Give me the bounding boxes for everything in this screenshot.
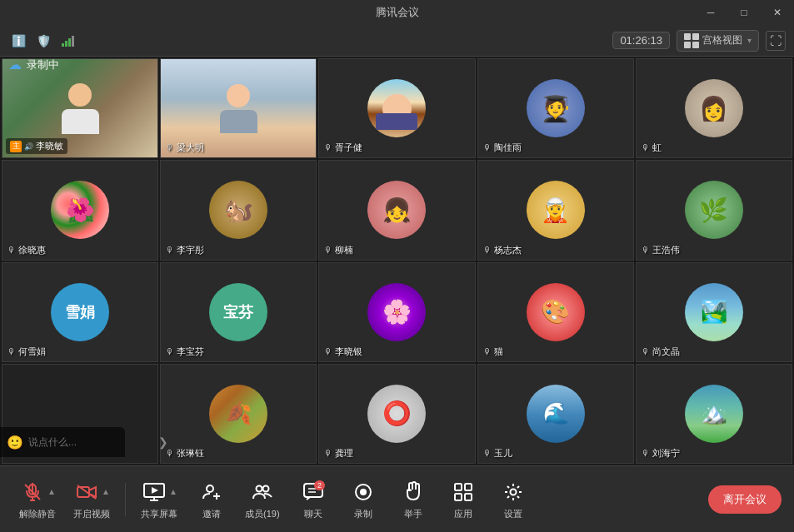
name-label-12: 🎙 李宝芬 xyxy=(166,346,204,358)
svg-point-20 xyxy=(262,485,268,491)
avatar-liu-nan: 👧 xyxy=(367,181,426,239)
bottom-bar: ▲ 解除静音 ▲ 开启视频 xyxy=(0,465,794,532)
name-label-6: 🎙 徐晓惠 xyxy=(7,244,46,256)
window-title: 腾讯会议 xyxy=(376,5,419,20)
unmute-control[interactable]: ▲ 解除静音 xyxy=(12,475,62,525)
video-cell-5[interactable]: 👩 🎙 虹 xyxy=(636,58,792,158)
name-gong-li: 龚理 xyxy=(335,447,353,460)
settings-icon xyxy=(500,479,527,505)
name-mao: 猫 xyxy=(494,346,503,358)
recording-badge: ☁ 录制中 xyxy=(8,57,59,72)
chat-label: 聊天 xyxy=(304,508,322,520)
meeting-timer: 01:26:13 xyxy=(612,32,670,49)
minimize-button[interactable]: ─ xyxy=(694,0,727,25)
video-icon xyxy=(73,479,100,505)
name-li-baofen: 李宝芬 xyxy=(177,346,204,358)
invite-icon xyxy=(198,479,225,505)
video-cell-11[interactable]: 雪娟 🎙 何雪娟 xyxy=(2,262,158,362)
open-video-control[interactable]: ▲ 开启视频 xyxy=(67,475,117,525)
video-cell-9[interactable]: 🧝 🎙 杨志杰 xyxy=(477,160,634,260)
svg-point-19 xyxy=(256,485,262,491)
name-xu-xiaohui: 徐晓惠 xyxy=(18,244,46,256)
leave-meeting-button[interactable]: 离开会议 xyxy=(708,485,782,514)
person-silhouette-1 xyxy=(62,83,99,134)
avatar-tao-jiayu: 🧑‍🎓 xyxy=(527,79,585,137)
share-screen-icon xyxy=(141,479,167,505)
chat-control[interactable]: 2 聊天 xyxy=(291,475,337,525)
recording-label: 录制中 xyxy=(27,57,59,72)
video-cell-10[interactable]: 🌿 🎙 王浩伟 xyxy=(636,160,792,260)
video-cell-2[interactable]: 🎙 梁大明 xyxy=(160,58,317,158)
info-icon-button[interactable]: ℹ️ xyxy=(8,31,28,51)
name-label-3: 🎙 胥子健 xyxy=(324,142,362,154)
avatar-li-baofen: 宝芬 xyxy=(209,283,267,341)
video-label: 开启视频 xyxy=(73,508,110,520)
share-dropdown-arrow: ▲ xyxy=(169,487,177,496)
close-button[interactable]: ✕ xyxy=(761,0,794,25)
name-hong: 虹 xyxy=(652,142,662,154)
avatar-xu-zijian xyxy=(367,79,426,137)
video-cell-12[interactable]: 宝芬 🎙 李宝芬 xyxy=(160,262,317,362)
chat-expand-button[interactable]: ❯ xyxy=(158,435,168,449)
chat-icon-wrap: 2 xyxy=(300,479,327,505)
shield-icon-button[interactable]: 🛡️ xyxy=(33,31,53,51)
svg-rect-28 xyxy=(455,494,462,500)
video-cell-17[interactable]: 🍂 🎙 张琳钰 xyxy=(160,364,317,464)
name-label-17: 🎙 张琳钰 xyxy=(166,447,204,460)
video-cell-18[interactable]: ⭕ 🎙 龚理 xyxy=(318,364,475,464)
mic-icon-11: 🎙 xyxy=(7,347,16,356)
svg-marker-15 xyxy=(152,487,158,494)
video-cell-19[interactable]: 🌊 🎙 玉儿 xyxy=(477,364,634,464)
members-control[interactable]: 成员(19) xyxy=(238,475,287,525)
video-cell-20[interactable]: 🏔️ 🎙 刘海宁 xyxy=(636,364,792,464)
name-label-19: 🎙 玉儿 xyxy=(483,447,512,460)
record-label: 录制 xyxy=(354,508,372,520)
name-yang-zhijie: 杨志杰 xyxy=(494,244,522,256)
svg-rect-1 xyxy=(65,41,67,47)
cloud-record-icon: ☁ xyxy=(8,57,22,72)
signal-icon-button[interactable] xyxy=(58,31,78,51)
maximize-button[interactable]: □ xyxy=(727,0,761,25)
host-icon: 主 xyxy=(10,141,22,152)
name-zhang-linyu: 张琳钰 xyxy=(177,447,204,460)
name-label-20: 🎙 刘海宁 xyxy=(642,447,680,460)
video-cell-14[interactable]: 🎨 🎙 猫 xyxy=(477,262,634,362)
avatar-hong: 👩 xyxy=(685,79,743,137)
chat-badge: 2 xyxy=(314,480,325,490)
video-cell-8[interactable]: 👧 🎙 柳楠 xyxy=(318,160,475,260)
video-cell-4[interactable]: 🧑‍🎓 🎙 陶佳雨 xyxy=(477,58,634,158)
avatar-mao: 🎨 xyxy=(527,283,585,341)
avatar-li-yutong: 🐿️ xyxy=(209,181,267,239)
emoji-button[interactable]: 🙂 xyxy=(7,435,23,450)
invite-control[interactable]: 邀请 xyxy=(188,475,234,525)
mic-icon-17: 🎙 xyxy=(166,449,174,458)
members-label: 成员(19) xyxy=(245,508,280,520)
avatar-wang-haowei: 🌿 xyxy=(685,181,743,239)
name-label-5: 🎙 虹 xyxy=(642,142,662,154)
fullscreen-button[interactable]: ⛶ xyxy=(766,31,786,51)
apps-control[interactable]: 应用 xyxy=(441,475,487,525)
settings-control[interactable]: 设置 xyxy=(491,475,537,525)
avatar-liu-haining: 🏔️ xyxy=(685,385,743,443)
mic-icon-7: 🎙 xyxy=(166,246,174,255)
video-cell-6[interactable]: 🌺 🎙 徐晓惠 xyxy=(2,160,158,260)
video-cell-13[interactable]: 🌸 🎙 李晓银 xyxy=(318,262,475,362)
chat-input[interactable] xyxy=(28,436,153,448)
name-li-yutong: 李宇彤 xyxy=(177,244,204,256)
video-dropdown-arrow: ▲ xyxy=(102,487,110,496)
video-row: ▲ xyxy=(73,479,110,505)
share-screen-control[interactable]: ▲ 共享屏幕 xyxy=(134,475,184,525)
record-icon xyxy=(350,479,377,505)
raise-hand-control[interactable]: 举手 xyxy=(391,475,437,525)
video-cell-15[interactable]: 🏞️ 🎙 尚文晶 xyxy=(636,262,792,362)
name-label-4: 🎙 陶佳雨 xyxy=(483,142,522,154)
person-silhouette-2 xyxy=(220,84,257,133)
unmute-label: 解除静音 xyxy=(19,508,56,520)
mic-icon-4: 🎙 xyxy=(483,143,492,152)
view-mode-button[interactable]: 宫格视图 ▾ xyxy=(677,30,759,52)
video-cell-7[interactable]: 🐿️ 🎙 李宇彤 xyxy=(160,160,317,260)
video-cell-1[interactable]: 主 🔊 李晓敏 xyxy=(2,58,158,158)
video-cell-3[interactable]: 🎙 胥子健 xyxy=(318,58,475,158)
mic-icon-9: 🎙 xyxy=(483,246,492,255)
record-control[interactable]: 录制 xyxy=(341,475,387,525)
